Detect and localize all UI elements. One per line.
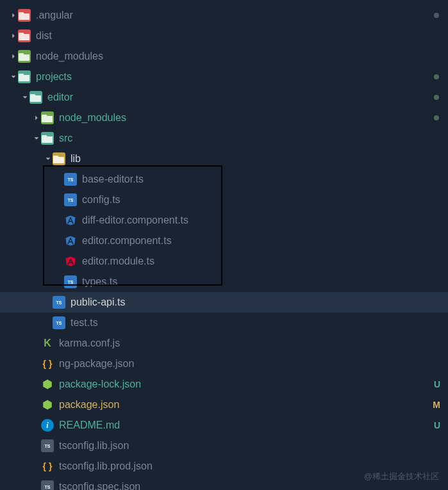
karma-icon: K	[41, 337, 54, 350]
file-label: tsconfig.spec.json	[59, 481, 140, 490]
file-label: ng-package.json	[59, 358, 134, 370]
folder-src[interactable]: src	[0, 128, 448, 149]
folder-icon	[18, 29, 31, 42]
chevron-right-icon	[32, 113, 41, 122]
file-readme[interactable]: i README.md U	[0, 415, 448, 436]
typescript-icon: TS	[53, 316, 65, 329]
folder-editor-node-modules[interactable]: node_modules	[0, 108, 448, 128]
folder-icon	[18, 9, 31, 22]
git-status-modified: M	[433, 400, 440, 410]
file-label: config.ts	[82, 194, 120, 206]
folder-projects[interactable]: projects	[0, 67, 448, 87]
folder-angular[interactable]: .angular	[0, 5, 448, 26]
chevron-down-icon	[9, 72, 18, 81]
chevron-right-icon	[9, 31, 18, 40]
json-icon: { }	[41, 460, 54, 473]
file-label: diff-editor.component.ts	[82, 215, 188, 226]
file-base-editor[interactable]: TS base-editor.ts	[0, 169, 448, 190]
folder-open-icon	[53, 152, 65, 165]
folder-icon	[18, 50, 31, 63]
file-test[interactable]: TS test.ts	[0, 313, 448, 333]
file-config[interactable]: TS config.ts	[0, 190, 448, 210]
typescript-icon: TS	[64, 193, 77, 206]
file-types[interactable]: TS types.ts	[0, 272, 448, 292]
folder-icon	[41, 111, 54, 124]
file-public-api[interactable]: TS public-api.ts	[0, 292, 448, 313]
file-label: tsconfig.lib.prod.json	[59, 461, 153, 472]
tsconfig-icon: TS	[41, 439, 54, 452]
chevron-down-icon	[21, 93, 29, 102]
status-dot-icon	[434, 74, 439, 79]
angular-icon	[64, 234, 77, 247]
folder-label: lib	[71, 153, 81, 165]
file-editor-module[interactable]: editor.module.ts	[0, 251, 448, 272]
folder-label: editor	[47, 92, 73, 103]
nodejs-icon	[41, 378, 54, 391]
tsconfig-icon: TS	[41, 480, 54, 490]
angular-module-icon	[64, 255, 77, 268]
folder-label: node_modules	[59, 112, 126, 124]
file-label: public-api.ts	[71, 297, 125, 308]
chevron-down-icon	[44, 154, 53, 163]
folder-open-icon	[29, 91, 42, 104]
file-label: README.md	[59, 420, 120, 431]
file-label: editor.component.ts	[82, 235, 172, 247]
folder-node-modules-root[interactable]: node_modules	[0, 46, 448, 67]
angular-icon	[64, 214, 77, 227]
file-label: package.json	[59, 399, 119, 411]
nodejs-icon	[41, 398, 54, 411]
file-label: base-editor.ts	[82, 174, 144, 185]
chevron-right-icon	[9, 11, 18, 20]
folder-label: projects	[36, 71, 72, 83]
file-label: karma.conf.js	[59, 338, 120, 349]
git-status-untracked: U	[434, 379, 440, 389]
json-icon: { }	[41, 357, 54, 370]
folder-lib[interactable]: lib	[0, 149, 448, 169]
file-ng-package[interactable]: { } ng-package.json	[0, 354, 448, 374]
chevron-right-icon	[9, 52, 18, 61]
file-diff-component[interactable]: diff-editor.component.ts	[0, 210, 448, 231]
folder-label: src	[59, 133, 72, 144]
file-explorer-tree: .angular dist node_modules projects edit…	[0, 0, 448, 490]
file-label: test.ts	[71, 317, 98, 329]
file-tsconfig-lib[interactable]: TS tsconfig.lib.json	[0, 436, 448, 456]
status-dot-icon	[434, 13, 439, 18]
file-karma[interactable]: K karma.conf.js	[0, 333, 448, 354]
file-package[interactable]: package.json M	[0, 395, 448, 415]
folder-open-icon	[41, 132, 54, 145]
git-status-untracked: U	[434, 420, 440, 430]
status-dot-icon	[434, 115, 439, 120]
folder-editor[interactable]: editor	[0, 87, 448, 108]
folder-open-icon	[18, 70, 31, 83]
typescript-icon: TS	[64, 173, 77, 186]
file-label: tsconfig.lib.json	[59, 440, 129, 452]
file-label: types.ts	[82, 276, 117, 288]
chevron-down-icon	[32, 134, 41, 143]
file-editor-component[interactable]: editor.component.ts	[0, 231, 448, 251]
status-dot-icon	[434, 95, 439, 100]
folder-label: dist	[36, 30, 52, 42]
typescript-icon: TS	[53, 296, 65, 309]
file-package-lock[interactable]: package-lock.json U	[0, 374, 448, 395]
watermark-text: @稀土掘金技术社区	[364, 471, 439, 482]
info-icon: i	[41, 419, 54, 432]
folder-label: .angular	[36, 10, 73, 21]
folder-dist[interactable]: dist	[0, 26, 448, 46]
file-label: editor.module.ts	[82, 256, 154, 267]
typescript-icon: TS	[64, 275, 77, 288]
file-label: package-lock.json	[59, 379, 141, 390]
folder-label: node_modules	[36, 51, 103, 62]
